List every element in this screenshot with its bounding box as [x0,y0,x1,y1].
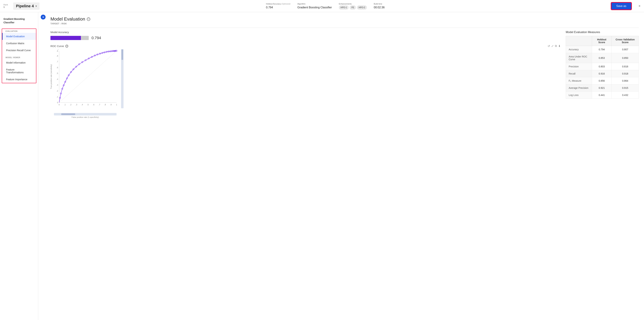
svg-text:.3: .3 [76,104,77,106]
metric-label: F₁ Measure [566,77,592,84]
sidebar-item-confusion-matrix[interactable]: Confusion Matrix [2,40,36,47]
header: Rank 1 Pipeline 4 ▾ Holdout Accuracy (Op… [0,0,644,12]
measures-title: Model Evaluation Measures [566,31,639,34]
table-row: Log Loss 0.441 0.432 [566,92,639,99]
sidebar: Gradient Boosting Classifier EVALUATION … [0,12,38,320]
save-as-button[interactable]: Save as [611,3,632,10]
close-button[interactable]: × [638,4,640,8]
metric-label: Precision [566,63,592,70]
measures-col-metric [566,36,592,46]
table-row: Recall 0.916 0.918 [566,70,639,77]
holdout-label: Holdout Accuracy (Optimized) [266,3,290,6]
build-time-value: 00:02:36 [374,6,385,10]
table-row: Area Under ROC Curve 0.853 0.850 [566,53,639,63]
app-body: Gradient Boosting Classifier EVALUATION … [0,12,644,320]
chart-scrollbar-horizontal-wrapper [50,113,120,115]
copy-icon[interactable]: ⧉ [555,44,557,48]
holdout-accuracy-metric: Holdout Accuracy (Optimized) 0.794 [266,3,290,10]
content-grid: Model Accuracy 0.794 ROC Curve ⓘ [50,31,639,118]
roc-info-icon[interactable]: ⓘ [66,45,68,48]
holdout-score: 0.916 [592,70,612,77]
x-axis-label: False positive rate (1-specificity) [50,116,120,118]
table-row: F₁ Measure 0.856 0.864 [566,77,639,84]
chevron-down-icon: ▾ [36,5,37,8]
chart-scrollbar-horizontal[interactable] [54,113,116,115]
accuracy-section-title: Model Accuracy [50,31,560,34]
sidebar-model-title: Gradient Boosting Classifier [0,16,38,28]
y-axis-label: True positive rate (sensitivity) [50,64,52,89]
svg-text:.7: .7 [56,61,58,63]
holdout-score: 0.856 [592,77,612,84]
dismiss-button[interactable]: ✕ [41,15,46,20]
svg-text:.1: .1 [56,96,58,98]
svg-text:1: 1 [58,49,58,50]
sidebar-item-model-evaluation[interactable]: Model Evaluation [2,33,36,40]
svg-text:1: 1 [116,104,117,106]
expand-icon[interactable]: ⤢ [551,44,554,48]
cv-score: 0.432 [612,92,639,99]
header-metrics: Holdout Accuracy (Optimized) 0.794 Algor… [45,3,606,10]
table-row: Precision 0.803 0.816 [566,63,639,70]
info-icon[interactable]: ⓘ [87,18,90,21]
algorithm-value: Gradient Boosting Classifier [297,6,332,10]
sidebar-evaluation-box: EVALUATION Model Evaluation Confusion Ma… [2,29,36,83]
svg-text:.8: .8 [56,55,58,57]
build-time-metric: Build time 00:02:36 [374,3,385,10]
page-title-row: Model Evaluation ⓘ [50,16,639,22]
svg-text:.9: .9 [56,50,58,52]
table-row: Average Precision 0.921 0.915 [566,84,639,92]
sidebar-item-feature-importance[interactable]: Feature Importance [2,76,36,83]
refresh-icon[interactable]: ↺ [548,44,550,48]
holdout-score: 0.794 [592,46,612,53]
cv-score: 0.850 [612,53,639,63]
svg-text:0: 0 [57,102,58,104]
svg-text:.2: .2 [70,104,71,106]
svg-text:.6: .6 [56,67,58,69]
svg-text:.7: .7 [98,104,100,106]
chart-toolbar: ↺ ⤢ ⧉ ⬇ [548,44,560,48]
chart-scrollbar-vertical[interactable] [121,49,124,108]
holdout-value: 0.794 [266,6,290,10]
enhancement-hpo2: HPO-2 [357,6,367,10]
accuracy-bar-fill [50,36,81,40]
svg-text:0: 0 [58,104,60,106]
sidebar-model-viewer-section-label: MODEL VIEWER [2,55,36,59]
svg-text:.8: .8 [104,104,106,106]
svg-text:.3: .3 [56,84,58,86]
x-icon: ✕ [42,16,44,19]
metric-label: Area Under ROC Curve [566,53,592,63]
sidebar-item-model-information[interactable]: Model Information [2,59,36,66]
roc-chart: 0 .1 .2 .3 .4 .5 .6 .7 .8 .9 1 [50,49,120,112]
pipeline-selector[interactable]: Pipeline 4 ▾ [13,3,40,10]
accuracy-bar-row: 0.794 [50,36,560,40]
main-content: ✕ Model Evaluation ⓘ TARGET : RISK Model… [38,12,644,320]
rank-label: Rank [4,4,8,6]
enhancements-label: Enhancements [339,3,367,6]
sidebar-evaluation-section-label: EVALUATION [2,29,36,33]
download-icon[interactable]: ⬇ [558,44,560,48]
accuracy-value: 0.794 [92,36,101,40]
svg-text:.4: .4 [56,78,58,80]
algorithm-metric: Algorithm Gradient Boosting Classifier [297,3,332,10]
holdout-score: 0.441 [592,92,612,99]
svg-text:.9: .9 [110,104,112,106]
holdout-score: 0.803 [592,63,612,70]
table-row: Accuracy 0.794 0.807 [566,46,639,53]
measures-table: Holdout Score Cross Validation Score Acc… [566,36,639,99]
right-column: Model Evaluation Measures Holdout Score … [566,31,639,118]
algorithm-label: Algorithm [297,3,332,6]
roc-title: ROC Curve [50,45,64,48]
sidebar-item-feature-transformations[interactable]: Feature Transformations [2,66,36,76]
pipeline-name: Pipeline 4 [16,4,34,8]
roc-title-row: ROC Curve ⓘ ↺ ⤢ ⧉ ⬇ [50,44,560,48]
holdout-score: 0.853 [592,53,612,63]
sidebar-item-precision-recall-curve[interactable]: Precision Recall Curve [2,47,36,54]
page-title: Model Evaluation [50,16,85,22]
measures-col-holdout: Holdout Score [592,36,612,46]
svg-text:.6: .6 [93,104,94,106]
build-time-label: Build time [374,3,385,6]
cv-score: 0.864 [612,77,639,84]
metric-label: Average Precision [566,84,592,92]
rank-value: 1 [4,6,5,8]
enhancements-list: HPO-1 FE HPO-2 [339,6,367,10]
